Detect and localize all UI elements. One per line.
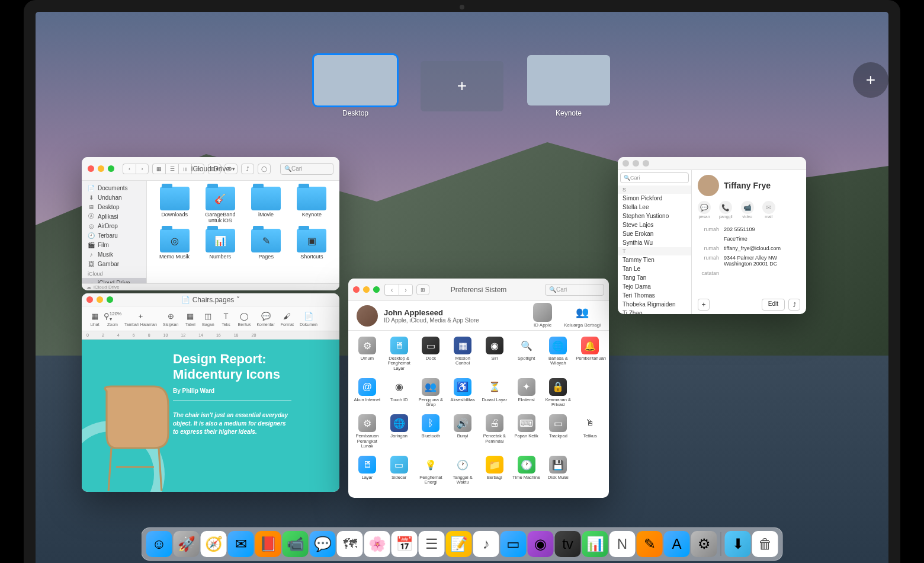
pages-titlebar[interactable]: 📄 Chairs.pages ˅ xyxy=(82,293,339,306)
prefpane-aksesibilitas[interactable]: ♿Aksesibilitas xyxy=(447,378,478,408)
sidebar-item[interactable]: ♪Musik xyxy=(82,249,146,259)
contacts-titlebar[interactable] xyxy=(618,157,806,170)
sysprefs-window[interactable]: ‹ › ⊞ Preferensi Sistem 🔍 Cari John Appl… xyxy=(348,279,609,498)
prefpane-bunyi[interactable]: 🔊Bunyi xyxy=(447,414,478,449)
contact-action-pesan[interactable]: 💬pesan xyxy=(698,201,711,219)
dock-messages[interactable]: 💬 xyxy=(310,531,336,557)
sidebar-item[interactable]: 🕘Terbaru xyxy=(82,231,146,240)
tool-dokumen[interactable]: 📄Dokumen xyxy=(297,311,320,327)
contacts-search-input[interactable]: 🔍 Cari xyxy=(620,172,689,183)
prefpane-umum[interactable]: ⚙Umum xyxy=(352,337,383,371)
folder-item[interactable]: ▣Shortcuts xyxy=(290,229,333,260)
sidebar-item[interactable]: ◎AirDrop xyxy=(82,221,146,231)
field-value[interactable]: 9344 Palmer Alley NW Washington 20001 DC xyxy=(724,255,800,267)
field-value[interactable] xyxy=(724,270,800,276)
dock-sysprefs[interactable]: ⚙ xyxy=(691,531,717,557)
close-icon[interactable] xyxy=(86,296,93,303)
prefpane-desktop-&-penghemat-layar[interactable]: 🖥Desktop & Penghemat Layar xyxy=(384,337,415,371)
dock-mail[interactable]: ✉ xyxy=(228,531,254,557)
dock-facetime[interactable]: 📹 xyxy=(283,531,309,557)
prefpane-pemberitahuan[interactable]: 🔔Pemberitahuan xyxy=(575,337,605,371)
zoom-icon[interactable] xyxy=(107,296,113,303)
prefpane-layar[interactable]: 🖥Layar xyxy=(352,456,383,485)
sysprefs-search-input[interactable]: 🔍 Cari xyxy=(545,284,604,296)
sidebar-item[interactable]: ⒶAplikasi xyxy=(82,212,146,221)
contact-item[interactable]: Stephen Yustiono xyxy=(618,212,691,220)
dock-contacts[interactable]: 📕 xyxy=(255,531,281,557)
forward-button[interactable]: › xyxy=(136,164,149,174)
dock-photos[interactable]: 🌸 xyxy=(364,531,390,557)
folder-item[interactable]: iMovie xyxy=(245,187,288,224)
pages-window[interactable]: 📄 Chairs.pages ˅ ▦Lihat⚲120% ▾Zoom+Tamba… xyxy=(82,293,339,492)
finder-content[interactable]: Downloads🎸GarageBand untuk iOSiMovieKeyn… xyxy=(147,181,339,283)
finder-window[interactable]: ‹ › iCloud Drive ▦ ☰ ⫼ ▭ ⊞▾ ⚙▾ ⤴ ◯ 🔍 Car… xyxy=(82,157,339,290)
dock-appstore[interactable]: A xyxy=(664,531,690,557)
folder-item[interactable]: 🎸GarageBand untuk iOS xyxy=(198,187,242,224)
folder-item[interactable]: ◎Memo Musik xyxy=(153,229,196,260)
dock-downloads[interactable]: ⬇ xyxy=(725,531,751,557)
prefpane-akun-internet[interactable]: @Akun Internet xyxy=(352,378,383,408)
prefpane-durasi-layar[interactable]: ⏳Durasi Layar xyxy=(479,378,510,408)
dock-news[interactable]: N xyxy=(609,531,636,557)
tool-bentuk[interactable]: ◯Bentuk xyxy=(236,311,254,327)
edit-button[interactable]: Edit xyxy=(762,299,785,311)
tool-sisipkan[interactable]: ⊕Sisipkan xyxy=(161,311,181,327)
share-button[interactable]: ⤴ xyxy=(241,164,254,174)
grid-button[interactable]: ⊞ xyxy=(416,284,429,295)
contact-item[interactable]: Simon Pickford xyxy=(618,194,691,203)
dock-numbers[interactable]: 📊 xyxy=(582,531,608,557)
add-button[interactable]: + xyxy=(698,299,710,311)
sp-account-row[interactable]: John Appleseed ID Apple, iCloud, Media &… xyxy=(348,301,609,331)
back-button[interactable]: ‹ xyxy=(384,284,399,296)
close-icon[interactable] xyxy=(88,165,94,172)
prefpane-ekstensi[interactable]: ✦Ekstensi xyxy=(511,378,542,408)
tool-lihat[interactable]: ▦Lihat xyxy=(86,311,103,327)
prefpane-papan-ketik[interactable]: ⌨Papan Ketik xyxy=(511,414,542,449)
dock-music[interactable]: ♪ xyxy=(473,531,499,557)
minimize-icon[interactable] xyxy=(97,296,103,303)
tool-komentar[interactable]: 💬Komentar xyxy=(254,311,277,327)
prefpane-tanggal-&-waktu[interactable]: 🕐Tanggal & Waktu xyxy=(447,456,478,485)
dock-trash[interactable]: 🗑 xyxy=(752,531,778,557)
prefpane-jaringan[interactable]: 🌐Jaringan xyxy=(384,414,415,449)
contacts-list[interactable]: 🔍 Cari SSimon PickfordStella LeeStephen … xyxy=(618,170,692,314)
add-desktop-button[interactable]: + xyxy=(853,62,888,98)
contact-item[interactable]: Thobeka Rigmaiden xyxy=(618,300,691,309)
dock-calendar[interactable]: 📅 xyxy=(392,531,418,557)
folder-item[interactable]: Downloads xyxy=(153,187,196,224)
tool-tambah halaman[interactable]: +Tambah Halaman xyxy=(122,311,159,327)
dock-keynote[interactable]: ▭ xyxy=(500,531,527,557)
dock-reminders[interactable]: ☰ xyxy=(419,531,445,557)
zoom-icon[interactable] xyxy=(373,286,380,293)
forward-button[interactable]: › xyxy=(399,284,413,296)
prefpane-dock[interactable]: ▭Dock xyxy=(416,337,447,371)
prefpane-tetikus[interactable]: 🖱Tetikus xyxy=(575,414,605,449)
prefpane-spotlight[interactable]: 🔍Spotlight xyxy=(511,337,542,371)
prefpane-pencetak-&-pemindai[interactable]: 🖨Pencetak & Pemindai xyxy=(479,414,510,449)
contact-item[interactable]: Synthia Wu xyxy=(618,238,691,247)
mc-space-keynote[interactable]: Keynote xyxy=(527,55,610,117)
dock-pages[interactable]: ✎ xyxy=(637,531,663,557)
finder-search-input[interactable]: 🔍 Cari xyxy=(280,163,333,175)
dock-podcasts[interactable]: ◉ xyxy=(528,531,554,557)
contact-item[interactable]: Ti Zhao xyxy=(618,309,691,314)
plus-icon[interactable]: + xyxy=(421,61,503,111)
sidebar-item[interactable]: 🎬Film xyxy=(82,240,146,249)
mc-thumb-desktop[interactable] xyxy=(314,55,397,105)
tool-teks[interactable]: TTeks xyxy=(218,311,235,327)
folder-item[interactable]: 📊Numbers xyxy=(198,229,242,260)
sp-account-shortcut[interactable]: 👥Keluarga Berbagi xyxy=(564,303,601,328)
minimize-icon[interactable] xyxy=(363,286,370,293)
contact-item[interactable]: Stella Lee xyxy=(618,203,691,212)
zoom-icon[interactable] xyxy=(643,160,649,167)
pages-document[interactable]: Design Report: Midcentury Icons By Phili… xyxy=(82,340,339,492)
view-list-button[interactable]: ☰ xyxy=(165,164,178,174)
close-icon[interactable] xyxy=(353,286,360,293)
sidebar-item[interactable]: 🖥Desktop xyxy=(82,202,146,212)
prefpane-berbagi[interactable]: 📁Berbagi xyxy=(479,456,510,485)
field-value[interactable]: FaceTime xyxy=(724,236,800,242)
contact-action-video[interactable]: 📹video xyxy=(741,201,754,219)
finder-titlebar[interactable]: ‹ › iCloud Drive ▦ ☰ ⫼ ▭ ⊞▾ ⚙▾ ⤴ ◯ 🔍 Car… xyxy=(82,157,339,181)
folder-item[interactable]: Keynote xyxy=(290,187,333,224)
tool-format[interactable]: 🖌Format xyxy=(278,311,296,327)
